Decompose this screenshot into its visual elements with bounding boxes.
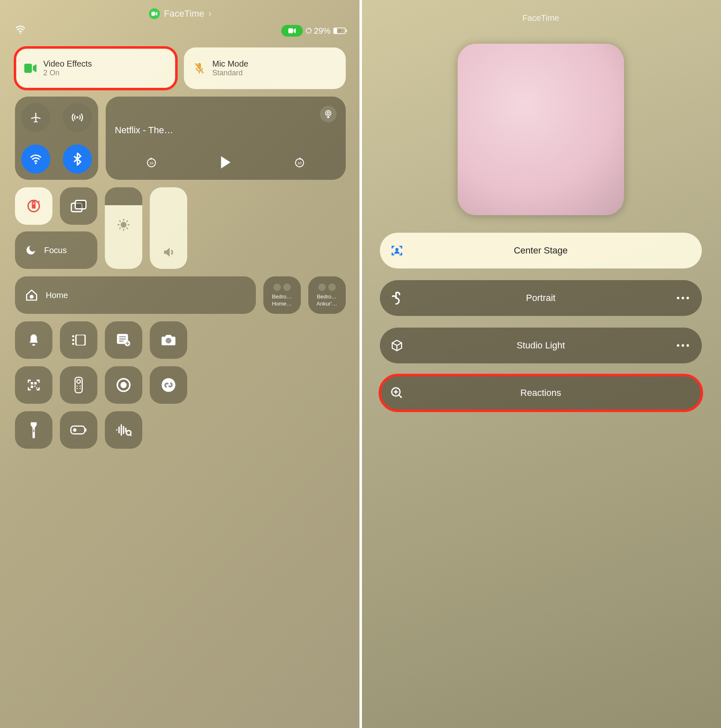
reactions-toggle[interactable]: Reactions [380, 375, 702, 411]
svg-rect-30 [34, 385, 35, 387]
skip-forward-icon[interactable]: 10 [294, 157, 305, 169]
svg-rect-4 [24, 64, 32, 73]
svg-point-18 [121, 222, 126, 227]
facetime-pill-icon [149, 8, 160, 19]
skip-back-icon[interactable]: 10 [146, 157, 157, 169]
cube-icon [391, 339, 420, 352]
mic-off-icon [192, 61, 206, 75]
svg-point-35 [79, 385, 81, 387]
svg-point-39 [121, 382, 127, 388]
focus-button[interactable]: Focus [15, 231, 97, 269]
portrait-toggle[interactable]: Portrait ••• [380, 280, 702, 316]
shazam-button[interactable] [150, 366, 187, 404]
svg-point-7 [35, 162, 37, 164]
svg-point-8 [325, 111, 331, 116]
active-app-label: FaceTime [164, 8, 204, 19]
svg-point-40 [162, 378, 176, 392]
aperture-icon [391, 291, 420, 305]
home-button[interactable]: Home [15, 276, 256, 314]
svg-rect-43 [85, 428, 87, 432]
svg-point-20 [72, 335, 74, 337]
screen-title: FaceTime [376, 13, 706, 23]
svg-point-33 [77, 380, 81, 383]
svg-point-46 [395, 248, 399, 251]
video-effects-title: Video Effects [43, 59, 92, 69]
screen-mirroring-button[interactable] [60, 187, 97, 225]
mic-mode-title: Mic Mode [212, 59, 248, 69]
list-view-button[interactable] [60, 321, 97, 359]
svg-text:10: 10 [150, 161, 154, 165]
svg-point-21 [72, 339, 74, 341]
bluetooth-toggle[interactable] [63, 144, 92, 174]
accessory2-line1: Bedro… [317, 293, 337, 300]
svg-rect-0 [151, 12, 155, 15]
svg-point-9 [327, 112, 330, 114]
media-module[interactable]: Netflix - The… 10 10 [106, 97, 346, 180]
media-title: Netflix - The… [115, 125, 337, 136]
focus-label: Focus [44, 246, 67, 255]
clock-icon [283, 283, 291, 291]
center-stage-label: Center Stage [420, 245, 662, 256]
svg-rect-29 [31, 385, 33, 388]
svg-rect-2 [288, 28, 293, 33]
home-accessory-1[interactable]: Bedro… Home… [263, 276, 301, 314]
portrait-label: Portrait [420, 293, 662, 303]
appletv-icon [318, 283, 326, 291]
active-app-header[interactable]: FaceTime › [15, 8, 346, 19]
studio-light-label: Studio Light [420, 340, 662, 351]
svg-rect-27 [31, 382, 33, 385]
studio-light-more-icon[interactable]: ••• [662, 340, 691, 351]
video-icon [23, 61, 37, 75]
svg-point-44 [73, 428, 77, 432]
mic-mode-tile[interactable]: Mic Mode Standard [184, 47, 345, 89]
svg-point-1 [20, 32, 21, 34]
connectivity-module [15, 97, 98, 180]
wifi-toggle[interactable] [21, 144, 50, 174]
home-accessory-2[interactable]: Bedro… Ankur'… [308, 276, 346, 314]
flashlight-button[interactable] [15, 411, 52, 449]
camera-preview [458, 44, 624, 215]
cellular-toggle[interactable] [63, 103, 92, 132]
svg-point-6 [77, 117, 79, 119]
brightness-slider[interactable] [105, 187, 142, 269]
video-effects-subtitle: 2 On [43, 69, 92, 77]
homepod-icon [273, 283, 281, 291]
notes-button[interactable] [105, 321, 142, 359]
center-stage-toggle[interactable]: Center Stage [380, 233, 702, 268]
svg-rect-31 [36, 388, 37, 389]
airplay-icon[interactable] [320, 106, 337, 122]
camera-button[interactable] [150, 321, 187, 359]
qr-scanner-button[interactable] [15, 366, 52, 404]
airplane-toggle[interactable] [21, 103, 50, 132]
rotation-lock-toggle[interactable] [15, 187, 52, 225]
magnify-plus-icon [391, 387, 420, 399]
play-icon[interactable] [220, 156, 231, 171]
wifi-status-icon [15, 25, 26, 36]
svg-point-22 [72, 343, 74, 345]
studio-light-toggle[interactable]: Studio Light ••• [380, 328, 702, 363]
sound-recognition-button[interactable] [105, 411, 142, 449]
svg-point-48 [400, 396, 402, 398]
svg-rect-23 [76, 335, 85, 345]
screen-record-button[interactable] [105, 366, 142, 404]
mic-mode-subtitle: Standard [212, 69, 248, 77]
center-stage-icon [391, 244, 420, 257]
video-effects-screen: FaceTime Center Stage Portrait ••• Studi… [361, 0, 721, 728]
silent-mode-button[interactable] [15, 321, 52, 359]
svg-rect-42 [71, 426, 84, 434]
status-bar: 29% [15, 25, 346, 37]
portrait-more-icon[interactable]: ••• [662, 293, 691, 303]
low-power-button[interactable] [60, 411, 97, 449]
camera-active-pill[interactable] [281, 25, 303, 37]
battery-percent: 29% [314, 26, 330, 36]
svg-point-37 [79, 388, 81, 389]
control-center-screen: FaceTime › 29% [0, 0, 361, 728]
reactions-label: Reactions [420, 388, 662, 398]
svg-text:10: 10 [297, 161, 302, 165]
svg-rect-15 [32, 204, 36, 209]
volume-slider[interactable] [150, 187, 187, 269]
svg-rect-28 [34, 382, 37, 385]
home-label: Home [46, 291, 68, 300]
remote-button[interactable] [60, 366, 97, 404]
video-effects-tile[interactable]: Video Effects 2 On [15, 47, 176, 89]
